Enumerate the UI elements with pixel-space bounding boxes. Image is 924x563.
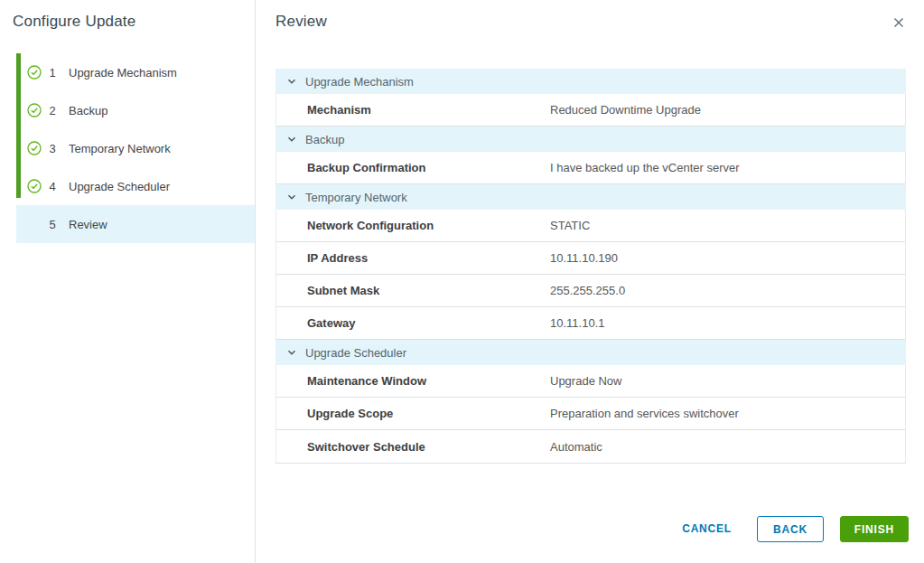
row-key: Network Configuration	[276, 219, 550, 232]
row-value: 10.11.10.190	[550, 251, 618, 265]
row-value: Reduced Downtime Upgrade	[550, 103, 701, 117]
row-key: Switchover Schedule	[276, 440, 550, 454]
step-completed-check-icon	[27, 179, 42, 193]
table-row: Backup ConfirmationI have backed up the …	[276, 152, 905, 184]
row-key: Backup Confirmation	[276, 161, 550, 174]
footer-actions: CANCEL BACK FINISH	[677, 515, 909, 542]
configure-update-wizard: Configure Update 1Upgrade Mechanism2Back…	[0, 0, 924, 563]
step-number: 5	[48, 218, 57, 231]
row-key: Maintenance Window	[276, 374, 550, 388]
table-row: MechanismReduced Downtime Upgrade	[276, 94, 905, 127]
table-row: IP Address10.11.10.190	[276, 242, 905, 275]
row-value: 255.255.255.0	[550, 284, 625, 297]
panel-header: Review	[275, 13, 906, 34]
table-row: Gateway10.11.10.1	[276, 307, 905, 340]
step-label: Backup	[69, 104, 107, 117]
progress-bar	[16, 53, 21, 198]
sidebar-step-upgrade-mechanism[interactable]: 1Upgrade Mechanism	[16, 53, 255, 91]
page-title: Review	[275, 13, 327, 31]
back-button[interactable]: BACK	[757, 516, 824, 542]
step-label: Upgrade Mechanism	[69, 66, 177, 80]
chevron-down-icon[interactable]	[286, 347, 297, 358]
table-row: Maintenance WindowUpgrade Now	[276, 365, 905, 398]
row-key: Gateway	[276, 316, 550, 330]
sidebar-step-review[interactable]: 5Review	[16, 205, 255, 243]
step-icon-placeholder	[27, 217, 42, 231]
row-value: 10.11.10.1	[550, 316, 604, 330]
row-key: Subnet Mask	[276, 284, 550, 297]
close-icon[interactable]	[891, 15, 906, 30]
section-header-backup[interactable]: Backup	[275, 127, 906, 152]
table-row: Subnet Mask255.255.255.0	[276, 275, 905, 307]
row-value: STATIC	[550, 219, 590, 232]
section-title: Backup	[305, 133, 344, 146]
review-panel: Review Upgrade MechanismMechanismReduced…	[256, 0, 924, 563]
step-label: Temporary Network	[69, 142, 171, 155]
chevron-down-icon[interactable]	[286, 134, 297, 145]
section-title: Temporary Network	[305, 191, 407, 204]
finish-button[interactable]: FINISH	[840, 516, 909, 542]
sidebar-step-temporary-network[interactable]: 3Temporary Network	[16, 129, 255, 167]
section-title: Upgrade Scheduler	[305, 346, 406, 360]
wizard-title: Configure Update	[0, 13, 255, 31]
row-key: Upgrade Scope	[276, 407, 550, 420]
wizard-steps: 1Upgrade Mechanism2Backup3Temporary Netw…	[16, 53, 255, 243]
step-number: 1	[48, 66, 57, 80]
row-key: Mechanism	[276, 103, 550, 117]
step-label: Review	[69, 218, 107, 231]
row-value: Automatic	[550, 440, 602, 454]
sidebar-step-upgrade-scheduler[interactable]: 4Upgrade Scheduler	[16, 167, 255, 205]
cancel-button[interactable]: CANCEL	[677, 515, 737, 542]
step-number: 3	[48, 142, 57, 155]
table-row: Network ConfigurationSTATIC	[276, 210, 905, 242]
row-value: Preparation and services switchover	[550, 407, 739, 420]
step-completed-check-icon	[27, 103, 42, 117]
section-header-upgrade-scheduler[interactable]: Upgrade Scheduler	[275, 340, 906, 365]
row-value: Upgrade Now	[550, 374, 622, 388]
wizard-sidebar: Configure Update 1Upgrade Mechanism2Back…	[0, 0, 256, 563]
section-header-upgrade-mechanism[interactable]: Upgrade Mechanism	[275, 69, 906, 94]
step-number: 4	[48, 180, 57, 193]
step-completed-check-icon	[27, 141, 42, 155]
chevron-down-icon[interactable]	[286, 76, 297, 87]
step-number: 2	[48, 104, 57, 117]
step-label: Upgrade Scheduler	[69, 180, 170, 193]
table-row: Switchover ScheduleAutomatic	[276, 430, 905, 463]
table-row: Upgrade ScopePreparation and services sw…	[276, 398, 905, 430]
row-key: IP Address	[276, 251, 550, 265]
section-header-temporary-network[interactable]: Temporary Network	[275, 184, 906, 210]
steps-container: 1Upgrade Mechanism2Backup3Temporary Netw…	[16, 53, 255, 243]
row-value: I have backed up the vCenter server	[550, 161, 740, 174]
chevron-down-icon[interactable]	[286, 192, 297, 202]
section-title: Upgrade Mechanism	[305, 75, 414, 89]
review-summary-table: Upgrade MechanismMechanismReduced Downti…	[275, 69, 906, 464]
sidebar-step-backup[interactable]: 2Backup	[16, 91, 255, 129]
step-completed-check-icon	[27, 65, 42, 80]
